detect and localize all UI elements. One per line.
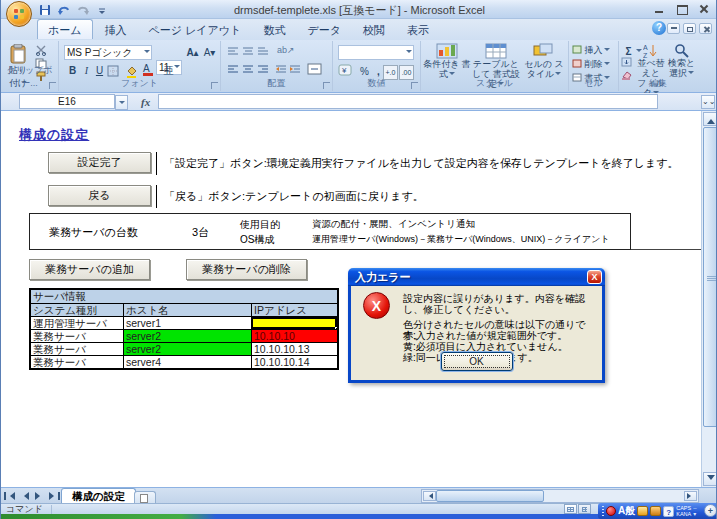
align-bottom-icon[interactable]	[257, 46, 269, 56]
cell-system-type[interactable]: 業務サーバ	[31, 356, 123, 368]
grow-font-button[interactable]: A▴	[185, 45, 200, 60]
language-bar-options-icon[interactable]: +	[704, 504, 717, 517]
increase-indent-icon[interactable]	[289, 64, 301, 74]
ime-help-icon[interactable]: ?	[663, 506, 674, 517]
name-box[interactable]: E16	[19, 94, 115, 109]
last-sheet-icon[interactable]	[48, 490, 61, 502]
help-icon[interactable]: ?	[652, 21, 666, 35]
scroll-down-icon[interactable]	[703, 472, 717, 486]
vertical-scroll-thumb[interactable]	[703, 127, 717, 427]
table-title: サーバ情報	[31, 290, 337, 303]
tab-home[interactable]: ホーム	[37, 19, 93, 39]
scroll-up-icon[interactable]	[703, 112, 717, 126]
number-dialog-launcher-icon[interactable]	[411, 82, 418, 89]
workbook-minimize-button[interactable]	[667, 23, 680, 34]
add-server-button[interactable]: 業務サーバの追加	[29, 259, 150, 280]
tab-page-layout[interactable]: ページ レイアウト	[139, 20, 252, 40]
cell-ip[interactable]: 10.10.10	[251, 330, 337, 342]
dialog-close-icon[interactable]: X	[587, 270, 602, 284]
conditional-formatting-button[interactable]: 条件付き 書式	[423, 43, 471, 79]
cell-host[interactable]: server2	[123, 330, 251, 342]
scroll-right-icon[interactable]	[684, 491, 697, 501]
office-button[interactable]	[6, 1, 32, 27]
vertical-scrollbar[interactable]	[701, 111, 717, 487]
underline-button[interactable]: U	[92, 63, 107, 78]
formula-input[interactable]	[158, 94, 658, 109]
cell-ip[interactable]: 10.10.10.13	[251, 343, 337, 355]
cell-styles-button[interactable]: セルの スタイル	[521, 43, 567, 79]
horizontal-scroll-thumb[interactable]	[436, 490, 544, 502]
tab-review[interactable]: 校閲	[353, 20, 395, 40]
cell-system-type[interactable]: 業務サーバ	[31, 330, 123, 342]
ime-tools-icon[interactable]	[637, 506, 648, 516]
formula-bar-expand-icon[interactable]: ⌄⌄	[701, 95, 715, 109]
workbook-window-controls	[667, 23, 712, 34]
align-top-icon[interactable]	[227, 46, 239, 56]
align-middle-icon[interactable]	[242, 46, 254, 56]
ime-mode-button[interactable]: A般	[618, 504, 635, 518]
align-left-icon[interactable]	[227, 64, 239, 74]
decrease-indent-icon[interactable]	[275, 64, 287, 74]
currency-format-icon[interactable]: ¥	[338, 64, 352, 76]
workbook-close-button[interactable]	[699, 23, 712, 34]
workbook-restore-button[interactable]	[683, 23, 696, 34]
cell-host[interactable]: server4	[123, 356, 251, 368]
number-format-combo[interactable]	[338, 45, 414, 60]
first-sheet-icon[interactable]	[3, 490, 16, 502]
close-button[interactable]	[697, 4, 710, 14]
clipboard-dialog-launcher-icon[interactable]	[49, 82, 56, 89]
font-name-combo[interactable]: MS Pゴシック	[64, 45, 152, 60]
phonetic-guide-button[interactable]: 亜	[161, 63, 176, 78]
orientation-icon[interactable]: ab↗	[277, 45, 295, 55]
alignment-dialog-launcher-icon[interactable]	[323, 82, 330, 89]
ime-status-icon[interactable]	[606, 506, 616, 516]
shrink-font-button[interactable]: A▾	[202, 45, 217, 60]
back-button[interactable]: 戻る	[48, 185, 151, 206]
server-count-value: 3台	[192, 225, 209, 240]
delete-cells-button[interactable]: 削除	[572, 58, 610, 71]
tab-data[interactable]: データ	[297, 20, 351, 40]
language-bar-grip[interactable]	[602, 506, 604, 516]
language-bar-minimize-icon[interactable]: –▾	[693, 505, 696, 517]
delete-server-button[interactable]: 業務サーバの削除	[186, 259, 307, 280]
next-sheet-icon[interactable]	[33, 490, 46, 502]
tab-insert[interactable]: 挿入	[95, 20, 137, 40]
settings-complete-button[interactable]: 設定完了	[48, 152, 151, 173]
font-dialog-launcher-icon[interactable]	[211, 82, 218, 89]
cell-ip[interactable]: 10.10.10.14	[251, 356, 337, 368]
align-right-icon[interactable]	[257, 64, 269, 74]
minimize-button[interactable]	[653, 4, 666, 14]
fill-icon[interactable]	[621, 57, 632, 67]
restore-button[interactable]	[675, 4, 688, 14]
col-header-host: ホスト名	[123, 304, 251, 316]
insert-cells-button[interactable]: 挿入	[572, 44, 610, 57]
normal-view-icon[interactable]	[564, 504, 577, 514]
cell-system-type[interactable]: 運用管理サーバ	[31, 317, 123, 329]
insert-function-icon[interactable]: fx	[141, 96, 150, 108]
input-error-dialog: 入力エラー X X 設定内容に誤りがあります。内容を確認し、修正してください。 …	[348, 268, 605, 383]
prev-sheet-icon[interactable]	[18, 490, 31, 502]
tab-formulas[interactable]: 数式	[253, 20, 295, 40]
page-layout-view-icon[interactable]	[578, 504, 591, 514]
cell-ip-selected[interactable]	[251, 317, 337, 329]
cell-host[interactable]: server1	[123, 317, 251, 329]
find-select-button[interactable]: 検索と 選択	[667, 43, 696, 78]
dialog-title-bar[interactable]: 入力エラー	[348, 268, 605, 286]
horizontal-scrollbar[interactable]	[421, 489, 699, 503]
table-row: 業務サーバ server2 10.10.10.13	[31, 342, 337, 355]
name-box-dropdown-icon[interactable]	[115, 95, 128, 110]
cut-icon[interactable]	[35, 45, 47, 56]
cell-host[interactable]: server2	[123, 343, 251, 355]
bold-button[interactable]: B	[65, 63, 80, 78]
fill-handle[interactable]	[335, 327, 337, 329]
cell-system-type[interactable]: 業務サーバ	[31, 343, 123, 355]
scroll-left-icon[interactable]	[423, 491, 436, 501]
ime-dictionary-icon[interactable]	[650, 506, 661, 516]
align-center-icon[interactable]	[242, 64, 254, 74]
sheet-tab-active[interactable]: 構成の設定	[61, 488, 136, 504]
ok-button[interactable]: OK	[441, 352, 513, 371]
tab-view[interactable]: 表示	[397, 20, 439, 40]
merge-center-icon[interactable]	[307, 63, 322, 75]
table-row: 業務サーバ server2 10.10.10	[31, 329, 337, 342]
font-color-icon[interactable]: A	[143, 63, 153, 76]
